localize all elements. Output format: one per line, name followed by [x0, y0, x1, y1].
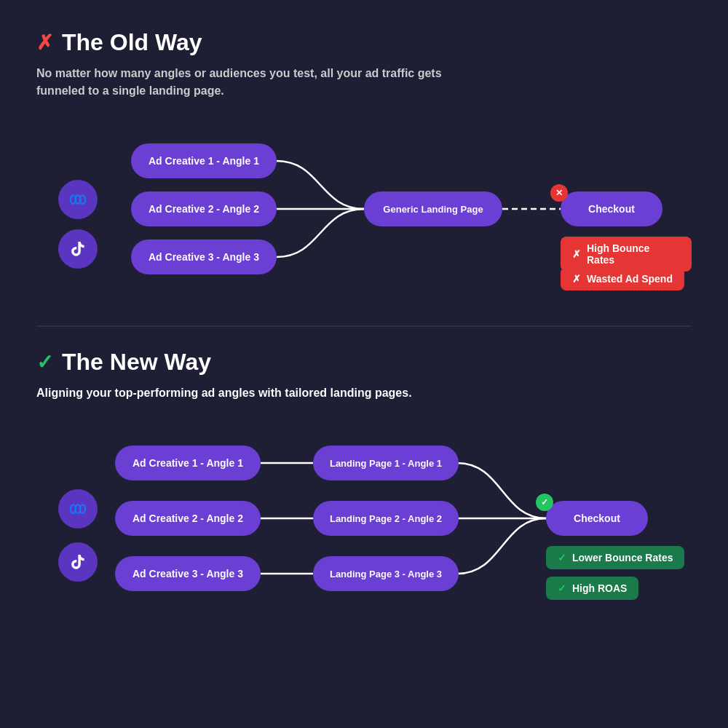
tiktok-icon-new — [58, 542, 98, 582]
old-way-subtitle: No matter how many angles or audiences y… — [36, 65, 488, 100]
new-ad-creative-2: Ad Creative 2 - Angle 2 — [115, 501, 261, 536]
svg-point-3 — [80, 195, 85, 204]
new-ad-creative-1: Ad Creative 1 - Angle 1 — [115, 446, 261, 480]
tiktok-icon-old — [58, 229, 98, 269]
x-icon: ✗ — [36, 31, 53, 55]
new-landing-3: Landing Page 3 - Angle 3 — [313, 556, 459, 591]
new-way-subtitle: Aligning your top-performing ad angles w… — [36, 384, 488, 402]
new-way-diagram: Ad Creative 1 - Angle 1 Ad Creative 2 - … — [36, 424, 692, 642]
new-ad-creative-3: Ad Creative 3 - Angle 3 — [115, 556, 261, 591]
new-way-section: ✓ The New Way Aligning your top-performi… — [36, 349, 692, 642]
section-divider — [36, 325, 692, 327]
high-bounce-badge: ✗ High Bounce Rates — [561, 237, 692, 272]
new-way-title: ✓ The New Way — [36, 349, 692, 376]
old-generic-landing: Generic Landing Page — [364, 191, 502, 226]
new-landing-1: Landing Page 1 - Angle 1 — [313, 446, 459, 480]
wasted-spend-badge: ✗ Wasted Ad Spend — [561, 267, 684, 290]
svg-point-9 — [80, 505, 85, 513]
checkout-check-badge: ✓ — [536, 494, 553, 511]
old-way-diagram: Ad Creative 1 - Angle 1 Ad Creative 2 - … — [36, 122, 692, 296]
meta-icon-new — [58, 489, 98, 529]
checkout-x-badge: ✕ — [550, 184, 568, 202]
meta-icon-old — [58, 180, 98, 219]
new-landing-2: Landing Page 2 - Angle 2 — [313, 501, 459, 536]
old-checkout: Checkout — [561, 191, 662, 226]
old-ad-creative-1: Ad Creative 1 - Angle 1 — [131, 143, 277, 178]
old-ad-creative-3: Ad Creative 3 - Angle 3 — [131, 240, 277, 274]
old-ad-creative-2: Ad Creative 2 - Angle 2 — [131, 191, 277, 226]
check-icon: ✓ — [36, 350, 53, 374]
high-roas-badge: ✓ High ROAS — [546, 577, 638, 600]
new-checkout: Checkout — [546, 501, 648, 536]
old-way-section: ✗ The Old Way No matter how many angles … — [36, 29, 692, 296]
old-way-title: ✗ The Old Way — [36, 29, 692, 56]
page-container: ✗ The Old Way No matter how many angles … — [0, 0, 728, 728]
lower-bounce-badge: ✓ Lower Bounce Rates — [546, 546, 684, 569]
